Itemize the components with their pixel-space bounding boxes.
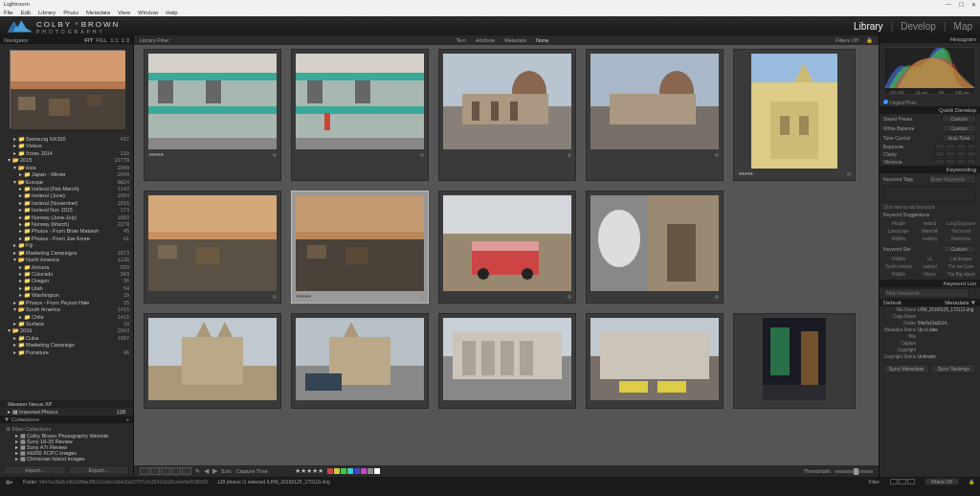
folder-item[interactable]: ▸ 📁 Photos - From Peyton Hale25 [2,300,131,306]
color-chip[interactable] [327,468,333,474]
keyword-suggestion[interactable]: People [883,220,914,227]
color-chip[interactable] [334,468,340,474]
folder-item[interactable]: ▸ 📁 Iceland Nov 2015173 [2,207,131,214]
keyword-set-item[interactable]: South Iceland [883,263,914,270]
thumbnail-cell[interactable]: ▧ [144,191,281,304]
exposure-stepper[interactable] [935,144,976,149]
folder-item[interactable]: ▾ 📂 South America1415 [2,306,131,313]
module-develop[interactable]: Develop [901,21,936,32]
menu-photo[interactable]: Photo [63,10,78,15]
keyword-set-item[interactable]: Wildlife [883,271,914,278]
toolbar-rating[interactable]: ★★★★★ [295,467,323,475]
filter-lock-icon[interactable]: 🔒 [866,37,873,43]
filter-lock-icon[interactable]: 🔒 [969,479,974,485]
keywording-header[interactable]: Keywording [880,166,980,173]
keyword-set-item[interactable]: Iceland [915,263,946,270]
folder-item[interactable]: ▸ 📁 Washington19 [2,292,131,299]
thumbnail-cell-selected[interactable]: ★★★★★▧ [291,191,429,304]
thumbnail-cell[interactable]: ▧ [438,49,576,181]
maximize-button[interactable]: ☐ [959,1,964,8]
nav-fill[interactable]: FILL [96,37,107,43]
folder-item[interactable]: ▸ 📁 Chile1415 [2,314,131,321]
nav-1-1[interactable]: 1:1 [110,37,118,43]
folder-item[interactable]: ▸ 📁 Oregon36 [2,278,131,284]
sync-metadata-button[interactable]: Sync Metadata [883,364,929,373]
drive-row[interactable]: Western Nexus XP [0,400,133,408]
filters-off-dropdown[interactable]: Filters Off [924,478,959,485]
folder-item[interactable]: ▸ 📁 Arizona929 [2,264,131,271]
minimize-button[interactable]: — [946,1,951,8]
thumbnail-cell[interactable] [144,313,281,409]
auto-tone-button[interactable]: Auto Tone [942,134,976,142]
painter-icon[interactable]: ✎ [195,468,200,474]
thumbnail-cell[interactable] [438,313,576,409]
color-chip[interactable] [374,468,380,474]
folder-item[interactable]: ▾ 📂 North America1139 [2,257,131,263]
menu-file[interactable]: File [4,10,13,15]
folder-item[interactable]: ▸ 📁 Norway (June-July)1900 [2,214,131,221]
thumbnail-cell[interactable]: ▧ [586,191,724,304]
folder-item[interactable]: ▾ 📂 20162043 [2,327,131,334]
thumbnail-cell[interactable]: ▧ [438,191,576,304]
menu-edit[interactable]: Edit [21,10,31,15]
folder-item[interactable]: ▸ 📁 Videos [2,143,131,149]
export-button[interactable]: Export... [68,465,130,475]
menu-help[interactable]: Help [166,10,177,15]
close-button[interactable]: ✕ [971,1,976,8]
folder-item[interactable]: ▸ 📁 Iceland (June)1954 [2,192,131,199]
keyword-suggestion[interactable]: Nocturnal [946,228,976,235]
thumbnail-cell[interactable]: ▧ [586,49,724,181]
keyword-suggestion[interactable]: Rainforest [946,236,976,242]
collection-item[interactable]: ▸ ▦ Christmas Island Images [2,456,131,462]
folder-item[interactable]: ▾ 📂 201521779 [2,157,131,164]
folder-item[interactable]: ▸ 📁 Portaiture46 [2,349,131,356]
menu-window[interactable]: Window [138,10,158,15]
quick-develop-header[interactable]: Quick Develop [880,106,980,114]
vibrance-stepper[interactable] [935,159,976,165]
sort-dropdown[interactable]: Capture Time [236,468,268,474]
folder-item[interactable]: ▾ 📂 Europe8624 [2,179,131,186]
folder-item[interactable]: ▸ 📁 Marketing Campaign [2,342,131,349]
module-library[interactable]: Library [854,21,883,32]
nav-1-3[interactable]: 1:3 [122,37,129,43]
thumbnail-size-slider[interactable] [835,470,873,473]
clarity-stepper[interactable] [935,151,976,157]
keyword-filter-input[interactable] [883,288,969,298]
folder-item[interactable]: ▸ 📁 Japan - Winter2049 [2,171,131,178]
color-chip[interactable] [354,468,360,474]
histogram[interactable]: ISO 10024 mmf/81/30 sec [883,47,976,95]
keyword-set-item[interactable]: LE [915,256,946,262]
keyword-input[interactable] [928,174,976,184]
keyword-set-item[interactable]: Landscape [946,256,976,262]
wb-dropdown[interactable]: Custom [942,124,976,132]
folder-item[interactable]: ▾ 📂 Asia2049 [2,165,131,171]
thumbnail-cell[interactable]: ★★★★★▧ [733,49,856,181]
navigator-header[interactable]: Navigator FIT FILL 1:1 1:3 [0,35,133,44]
keyword-set-item[interactable]: The Big Island [946,271,976,278]
thumbnail-cell[interactable]: ▧ [291,49,429,181]
menu-library[interactable]: Library [38,10,56,15]
filter-tab-text[interactable]: Text [457,37,466,43]
color-chip[interactable] [341,468,346,474]
color-chip[interactable] [361,468,367,474]
filters-off-toggle[interactable]: Filters Off [835,37,858,43]
sync-settings-button[interactable]: Sync Settings [931,364,977,373]
thumbnail-cell[interactable] [733,313,856,409]
module-map[interactable]: Map [954,21,972,32]
rating-stars[interactable]: ★★★★★ [148,151,163,157]
color-chip[interactable] [368,468,373,474]
menu-view[interactable]: View [118,10,130,15]
filter-tab-none[interactable]: None [536,37,548,43]
keyword-set-item[interactable]: The Ice Cave [946,263,976,270]
keyword-suggestion[interactable]: Long Exposure [946,220,976,227]
thumbnail-cell[interactable] [291,313,429,409]
next-arrow-icon[interactable]: ▶ [212,467,217,475]
navigator-preview[interactable] [10,50,124,128]
original-photo-checkbox[interactable] [883,100,888,104]
thumbnail-cell[interactable]: ★★★★★▧ [144,49,281,181]
menu-metadata[interactable]: Metadata [86,10,110,15]
filter-tab-attribute[interactable]: Attribute [476,37,495,43]
folder-item[interactable]: ▸ 📁 Photos - From Brian Matiash45 [2,228,131,235]
keyword-suggestion[interactable]: Landscape [883,228,914,235]
collections-header[interactable]: ▼ Collections+ [0,416,133,423]
